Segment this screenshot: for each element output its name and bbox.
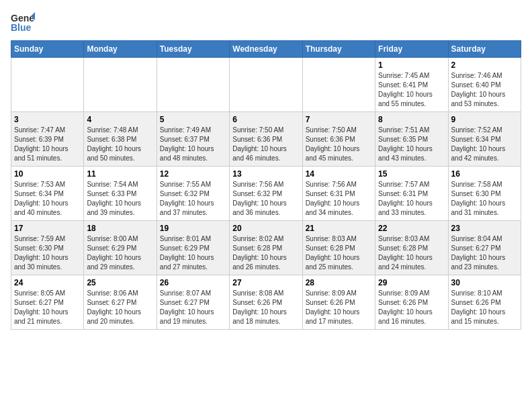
- weekday-header: Sunday: [11, 41, 84, 58]
- day-number: 17: [14, 224, 81, 233]
- day-number: 13: [232, 169, 299, 179]
- weekday-header: Tuesday: [157, 41, 229, 58]
- day-number: 20: [232, 224, 299, 233]
- calendar-cell: 26Sunrise: 8:07 AM Sunset: 6:27 PM Dayli…: [157, 275, 229, 330]
- weekday-header: Wednesday: [230, 41, 302, 58]
- day-info: Sunrise: 7:58 AM Sunset: 6:30 PM Dayligh…: [451, 180, 518, 218]
- day-info: Sunrise: 8:02 AM Sunset: 6:28 PM Dayligh…: [232, 234, 299, 272]
- day-number: 5: [160, 115, 226, 124]
- day-number: 25: [87, 278, 153, 287]
- day-number: 18: [87, 224, 153, 233]
- day-number: 16: [451, 169, 518, 179]
- day-number: 21: [306, 224, 372, 233]
- day-number: 30: [451, 278, 518, 287]
- day-number: 3: [14, 115, 81, 124]
- day-info: Sunrise: 7:53 AM Sunset: 6:34 PM Dayligh…: [14, 180, 81, 218]
- day-info: Sunrise: 8:09 AM Sunset: 6:26 PM Dayligh…: [306, 289, 372, 326]
- weekday-header: Saturday: [448, 41, 521, 58]
- calendar-cell: 14Sunrise: 7:56 AM Sunset: 6:31 PM Dayli…: [302, 167, 375, 221]
- calendar-cell: 12Sunrise: 7:55 AM Sunset: 6:32 PM Dayli…: [157, 167, 229, 221]
- calendar-cell: 21Sunrise: 8:03 AM Sunset: 6:28 PM Dayli…: [302, 221, 375, 275]
- calendar-cell: [11, 58, 84, 112]
- calendar-cell: 3Sunrise: 7:47 AM Sunset: 6:39 PM Daylig…: [11, 112, 84, 167]
- day-info: Sunrise: 8:10 AM Sunset: 6:26 PM Dayligh…: [451, 289, 518, 326]
- day-number: 15: [378, 169, 445, 179]
- calendar-cell: 10Sunrise: 7:53 AM Sunset: 6:34 PM Dayli…: [11, 167, 84, 221]
- day-info: Sunrise: 8:01 AM Sunset: 6:29 PM Dayligh…: [160, 234, 226, 272]
- calendar-cell: 29Sunrise: 8:09 AM Sunset: 6:26 PM Dayli…: [375, 275, 448, 330]
- calendar-cell: 27Sunrise: 8:08 AM Sunset: 6:26 PM Dayli…: [230, 275, 302, 330]
- day-info: Sunrise: 8:03 AM Sunset: 6:28 PM Dayligh…: [306, 234, 372, 272]
- calendar-cell: 28Sunrise: 8:09 AM Sunset: 6:26 PM Dayli…: [302, 275, 375, 330]
- day-number: 22: [378, 224, 445, 233]
- day-info: Sunrise: 7:56 AM Sunset: 6:31 PM Dayligh…: [306, 180, 372, 218]
- day-info: Sunrise: 8:09 AM Sunset: 6:26 PM Dayligh…: [378, 289, 445, 326]
- weekday-header: Monday: [84, 41, 157, 58]
- day-info: Sunrise: 7:48 AM Sunset: 6:38 PM Dayligh…: [87, 126, 153, 163]
- weekday-header: Thursday: [302, 41, 375, 58]
- day-info: Sunrise: 8:08 AM Sunset: 6:26 PM Dayligh…: [232, 289, 299, 326]
- day-number: 9: [451, 115, 518, 124]
- day-number: 14: [306, 169, 372, 179]
- day-number: 10: [14, 169, 81, 179]
- calendar-cell: 5Sunrise: 7:49 AM Sunset: 6:37 PM Daylig…: [157, 112, 229, 167]
- weekday-header: Friday: [375, 41, 448, 58]
- calendar-cell: 4Sunrise: 7:48 AM Sunset: 6:38 PM Daylig…: [84, 112, 157, 167]
- day-info: Sunrise: 7:52 AM Sunset: 6:34 PM Dayligh…: [451, 126, 518, 163]
- day-info: Sunrise: 7:47 AM Sunset: 6:39 PM Dayligh…: [14, 126, 81, 163]
- calendar-cell: 17Sunrise: 7:59 AM Sunset: 6:30 PM Dayli…: [11, 221, 84, 275]
- day-number: 11: [87, 169, 153, 179]
- day-info: Sunrise: 7:50 AM Sunset: 6:36 PM Dayligh…: [232, 126, 299, 163]
- calendar-cell: 6Sunrise: 7:50 AM Sunset: 6:36 PM Daylig…: [230, 112, 302, 167]
- calendar-cell: 25Sunrise: 8:06 AM Sunset: 6:27 PM Dayli…: [84, 275, 157, 330]
- calendar-cell: 20Sunrise: 8:02 AM Sunset: 6:28 PM Dayli…: [230, 221, 302, 275]
- calendar-cell: [302, 58, 375, 112]
- calendar-cell: 7Sunrise: 7:50 AM Sunset: 6:36 PM Daylig…: [302, 112, 375, 167]
- day-info: Sunrise: 7:57 AM Sunset: 6:31 PM Dayligh…: [378, 180, 445, 218]
- calendar-week-row: 3Sunrise: 7:47 AM Sunset: 6:39 PM Daylig…: [11, 112, 521, 167]
- calendar-body: 1Sunrise: 7:45 AM Sunset: 6:41 PM Daylig…: [11, 58, 521, 330]
- day-info: Sunrise: 8:04 AM Sunset: 6:27 PM Dayligh…: [451, 234, 518, 272]
- logo: General Blue: [11, 11, 35, 35]
- day-info: Sunrise: 7:50 AM Sunset: 6:36 PM Dayligh…: [306, 126, 372, 163]
- day-number: 23: [451, 224, 518, 233]
- day-info: Sunrise: 8:06 AM Sunset: 6:27 PM Dayligh…: [87, 289, 153, 326]
- calendar-week-row: 17Sunrise: 7:59 AM Sunset: 6:30 PM Dayli…: [11, 221, 521, 275]
- day-info: Sunrise: 7:45 AM Sunset: 6:41 PM Dayligh…: [378, 71, 445, 109]
- svg-text:Blue: Blue: [11, 22, 32, 33]
- day-info: Sunrise: 7:49 AM Sunset: 6:37 PM Dayligh…: [160, 126, 226, 163]
- calendar-table: SundayMondayTuesdayWednesdayThursdayFrid…: [11, 40, 521, 330]
- day-info: Sunrise: 7:59 AM Sunset: 6:30 PM Dayligh…: [14, 234, 81, 272]
- calendar-week-row: 24Sunrise: 8:05 AM Sunset: 6:27 PM Dayli…: [11, 275, 521, 330]
- calendar-cell: [157, 58, 229, 112]
- day-number: 6: [232, 115, 299, 124]
- calendar-cell: 30Sunrise: 8:10 AM Sunset: 6:26 PM Dayli…: [448, 275, 521, 330]
- calendar-cell: 19Sunrise: 8:01 AM Sunset: 6:29 PM Dayli…: [157, 221, 229, 275]
- day-info: Sunrise: 8:07 AM Sunset: 6:27 PM Dayligh…: [160, 289, 226, 326]
- calendar-week-row: 1Sunrise: 7:45 AM Sunset: 6:41 PM Daylig…: [11, 58, 521, 112]
- day-number: 27: [232, 278, 299, 287]
- calendar-cell: 18Sunrise: 8:00 AM Sunset: 6:29 PM Dayli…: [84, 221, 157, 275]
- day-number: 28: [306, 278, 372, 287]
- calendar-cell: 15Sunrise: 7:57 AM Sunset: 6:31 PM Dayli…: [375, 167, 448, 221]
- calendar-cell: 13Sunrise: 7:56 AM Sunset: 6:32 PM Dayli…: [230, 167, 302, 221]
- day-number: 1: [378, 60, 445, 70]
- calendar-cell: [84, 58, 157, 112]
- day-number: 24: [14, 278, 81, 287]
- day-info: Sunrise: 7:51 AM Sunset: 6:35 PM Dayligh…: [378, 126, 445, 163]
- calendar-cell: 2Sunrise: 7:46 AM Sunset: 6:40 PM Daylig…: [448, 58, 521, 112]
- calendar-cell: 22Sunrise: 8:03 AM Sunset: 6:28 PM Dayli…: [375, 221, 448, 275]
- day-info: Sunrise: 7:55 AM Sunset: 6:32 PM Dayligh…: [160, 180, 226, 218]
- day-number: 29: [378, 278, 445, 287]
- calendar-cell: 24Sunrise: 8:05 AM Sunset: 6:27 PM Dayli…: [11, 275, 84, 330]
- day-info: Sunrise: 7:46 AM Sunset: 6:40 PM Dayligh…: [451, 71, 518, 109]
- calendar-week-row: 10Sunrise: 7:53 AM Sunset: 6:34 PM Dayli…: [11, 167, 521, 221]
- day-number: 26: [160, 278, 226, 287]
- day-number: 19: [160, 224, 226, 233]
- calendar-cell: 16Sunrise: 7:58 AM Sunset: 6:30 PM Dayli…: [448, 167, 521, 221]
- day-number: 7: [306, 115, 372, 124]
- day-info: Sunrise: 7:56 AM Sunset: 6:32 PM Dayligh…: [232, 180, 299, 218]
- logo-icon: General Blue: [11, 11, 35, 35]
- calendar-cell: 8Sunrise: 7:51 AM Sunset: 6:35 PM Daylig…: [375, 112, 448, 167]
- day-number: 12: [160, 169, 226, 179]
